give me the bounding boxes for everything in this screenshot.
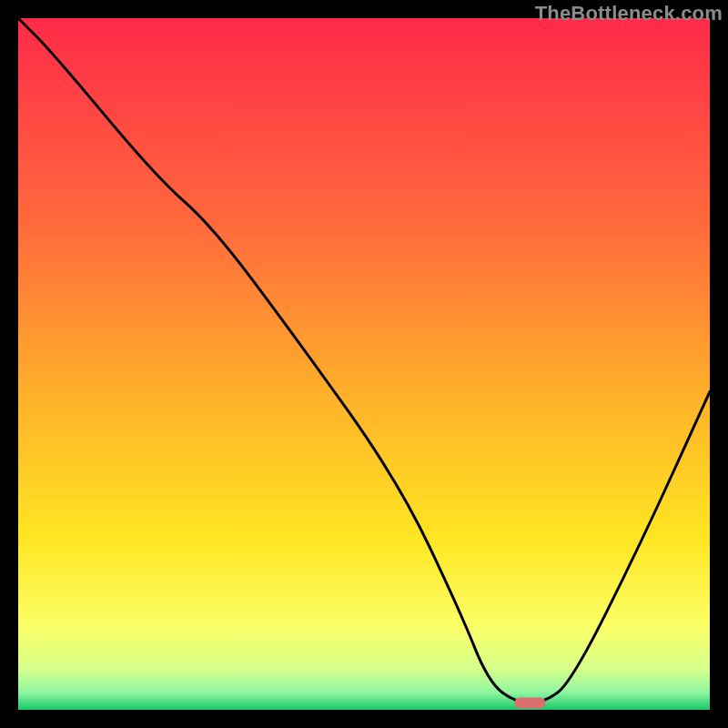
optimal-marker — [514, 697, 545, 708]
chart-frame — [18, 18, 710, 710]
gradient-background — [18, 18, 710, 710]
watermark-text: TheBottleneck.com — [535, 2, 723, 25]
chart-svg — [18, 18, 710, 710]
